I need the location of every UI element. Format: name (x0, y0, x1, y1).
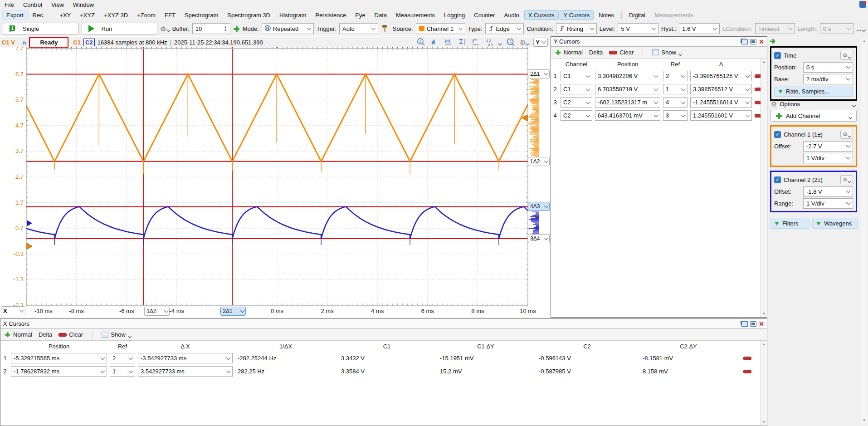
view-tab-zoom[interactable]: +Zoom (133, 10, 160, 20)
corner-measure-icon[interactable] (471, 38, 480, 47)
y2-position-select[interactable]: 6.703558719 V (595, 84, 660, 94)
scope-plot[interactable] (0, 37, 550, 318)
view-tab-histogram[interactable]: Histogram (275, 10, 310, 20)
menu-file[interactable]: File (0, 0, 19, 10)
x-delta-button[interactable]: Delta (39, 331, 52, 338)
x-table-scrollbar[interactable]: ▲▼ (761, 341, 767, 425)
x-cursor-handle-1d2[interactable]: 1Δ2 (144, 307, 170, 316)
source-select[interactable]: Channel 1 (416, 23, 465, 34)
level-select[interactable]: 5 V (618, 23, 658, 34)
y-axis-button[interactable]: Y (533, 38, 548, 47)
channel1-range-select[interactable]: 1 V/div (803, 153, 853, 163)
y3-delta-select[interactable]: -1.2455516014 V (690, 97, 752, 108)
view-tab-xy[interactable]: +XY (55, 10, 75, 20)
view-tab-counter[interactable]: Counter (470, 10, 499, 20)
view-tab-digital[interactable]: Digital (625, 10, 649, 20)
time-position-select[interactable]: 0 s (803, 62, 853, 73)
view-tab-y-cursors[interactable]: Y Cursors (560, 10, 594, 20)
y4-channel-select[interactable]: C2 (561, 110, 592, 121)
channels-1234-icon[interactable]: 1 23 4 (485, 38, 494, 47)
y4-delta-select[interactable]: 1.245551601 V (690, 110, 752, 121)
sidebar-scrollbar[interactable]: ▲▼ (861, 38, 867, 423)
x2-ref-select[interactable]: 1 (110, 366, 135, 377)
view-tab-notes[interactable]: Notes (595, 10, 618, 20)
view-tab-logging[interactable]: Logging (440, 10, 469, 20)
channel2-gear-button[interactable]: ⚙ (840, 175, 853, 184)
y-cursor-handle-4d3[interactable]: 4Δ3 (528, 202, 550, 211)
y2-delta-select[interactable]: 3.398576512 V (690, 84, 752, 94)
y4-position-select[interactable]: 643.4163701 mV (595, 110, 660, 121)
view-tab-data[interactable]: Data (371, 10, 391, 20)
y-delta-button[interactable]: Delta (589, 49, 603, 56)
view-tab-measurements[interactable]: Measurements (392, 10, 439, 20)
mode-select[interactable]: Ⓗ Repeated (262, 23, 314, 34)
view-tab-export[interactable]: Export (2, 10, 28, 20)
view-tab-x-cursors[interactable]: X Cursors (524, 10, 559, 20)
options-button[interactable]: ⚙Options (771, 98, 855, 110)
c1-tag[interactable]: C1 (73, 39, 81, 46)
x1-dx-select[interactable]: -3.542927733 ms (138, 353, 233, 363)
rate-samples-button[interactable]: Rate, Samples... (774, 86, 853, 97)
y1-delta-select[interactable]: -3.3985765125 V (690, 71, 752, 81)
menu-window[interactable]: Window (68, 0, 98, 10)
zoom-fit-icon[interactable] (506, 38, 515, 47)
view-tab-fft[interactable]: FFT (161, 10, 180, 20)
y-show-button[interactable]: Show (652, 49, 682, 56)
run-button[interactable]: Run (82, 23, 158, 34)
x1-ref-select[interactable]: 2 (110, 353, 135, 363)
remove-cursor-button[interactable] (743, 357, 751, 360)
close-icon[interactable]: ✕ (759, 321, 764, 327)
zoom-one-icon[interactable]: 1 (417, 38, 426, 47)
channel2-checkbox[interactable]: ✓ (774, 176, 781, 183)
y1-position-select[interactable]: 3.304982206 V (595, 71, 660, 81)
menu-control[interactable]: Control (19, 0, 47, 10)
c2-tag[interactable]: C2 (83, 39, 95, 46)
vertical-measure-icon[interactable] (458, 38, 467, 47)
view-tab-spectrogram3d[interactable]: Spectrogram 3D (223, 10, 274, 20)
restore-icon[interactable] (741, 321, 748, 327)
view-tab-xyz3d[interactable]: +XYZ 3D (100, 10, 132, 20)
menu-view[interactable]: View (47, 0, 68, 10)
channel1-checkbox[interactable]: ✓ (774, 131, 781, 138)
stepper-arrows-icon[interactable]: ▲▼ (224, 25, 227, 32)
view-tab-eye[interactable]: Eye (351, 10, 369, 20)
pointer-icon[interactable] (430, 38, 439, 47)
view-tab-persistence[interactable]: Persistence (311, 10, 350, 20)
time-checkbox[interactable]: ✓ (774, 52, 781, 59)
buffer-stepper[interactable]: 10 ▲▼ (192, 23, 230, 34)
add-channel-button[interactable]: Add Channel (770, 110, 857, 122)
x-show-button[interactable]: Show (102, 331, 131, 338)
y1-channel-select[interactable]: C1 (561, 71, 592, 81)
y-cursor-handle-2d1[interactable]: 2Δ1 (528, 69, 550, 78)
restore-icon[interactable] (741, 39, 748, 44)
y-cursor-handle-1d2[interactable]: 1Δ2 (528, 157, 550, 166)
y3-channel-select[interactable]: C2 (561, 97, 592, 108)
buffer-gear-button[interactable]: ⚙ (160, 25, 169, 32)
toolbar-overflow-button[interactable]: ... (856, 25, 865, 32)
y1-ref-select[interactable]: 2 (663, 71, 688, 81)
condition-select[interactable]: Rising (556, 23, 597, 34)
y-cursors-titlebar[interactable]: Y Cursors ✕ (551, 37, 767, 47)
type-select[interactable]: Edge (485, 23, 524, 34)
remove-cursor-button[interactable] (743, 370, 751, 373)
x1-position-select[interactable]: -5.329215565 ms (11, 353, 107, 363)
x2-position-select[interactable]: -1.786287832 ms (11, 366, 107, 377)
maximize-icon[interactable] (750, 321, 756, 327)
filters-button[interactable]: Filters (770, 218, 809, 229)
channel1-gear-button[interactable]: ⚙ (840, 130, 853, 139)
horizontal-measure-icon[interactable] (444, 38, 453, 47)
channel1-offset-select[interactable]: -2.7 V (803, 141, 853, 152)
channel2-offset-select[interactable]: -1.8 V (803, 186, 853, 197)
x-cursors-titlebar[interactable]: X Cursors ✕ (0, 319, 767, 329)
wavegens-button[interactable]: Wavegens (812, 218, 858, 229)
x-axis-button[interactable]: X (1, 306, 25, 315)
y-clear-button[interactable]: Clear (609, 49, 634, 56)
y-cursor-handle-3d4[interactable]: 3Δ4 (528, 234, 550, 243)
view-tab-rec[interactable]: Rec. (29, 10, 49, 20)
single-button[interactable]: 1 Single (3, 23, 79, 34)
maximize-icon[interactable] (750, 39, 756, 44)
x-add-normal-button[interactable]: Normal (4, 331, 32, 338)
channel2-range-select[interactable]: 1 V/div (803, 198, 853, 209)
add-mode-icon[interactable] (233, 25, 240, 32)
close-icon[interactable]: ✕ (759, 39, 764, 45)
